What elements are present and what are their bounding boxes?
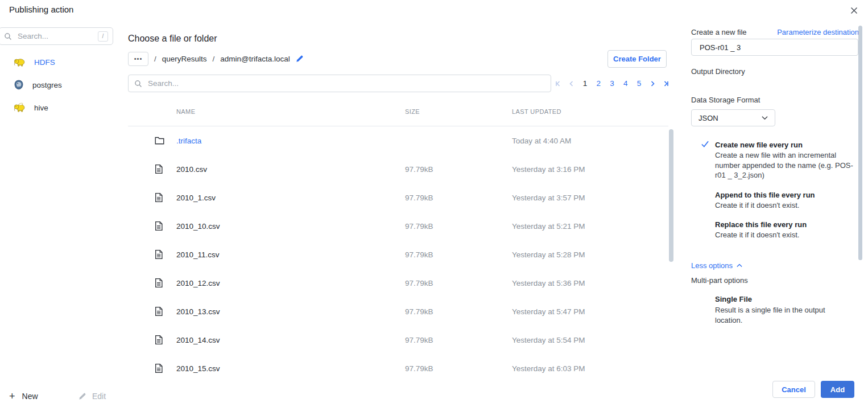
option-description: Result is a single file in the output lo…: [715, 305, 846, 325]
file-search-input[interactable]: [147, 79, 545, 88]
breadcrumb: ••• / queryResults / admin@trifacta.loca…: [128, 51, 304, 66]
create-file-label: Create a new file: [691, 28, 747, 36]
file-updated: Yesterday at 5:47 PM: [512, 307, 585, 316]
file-updated: Yesterday at 5:36 PM: [512, 279, 585, 287]
output-directory-label: Output Directory: [691, 67, 745, 76]
option-title: Single File: [715, 294, 846, 304]
file-name[interactable]: .trifacta: [176, 137, 201, 145]
table-row[interactable]: .trifacta Today at 4:40 AM: [128, 126, 668, 155]
option-replace-file[interactable]: Replace this file every run Create it if…: [702, 220, 859, 240]
breadcrumb-segment[interactable]: admin@trifacta.local: [220, 55, 290, 63]
file-icon: [155, 165, 163, 174]
file-name[interactable]: 2010.csv: [176, 165, 207, 174]
sidebar-search-input[interactable]: [16, 31, 98, 41]
panel-scrollbar[interactable]: [858, 26, 862, 260]
file-updated: Yesterday at 5:28 PM: [512, 250, 585, 259]
storage-format-select[interactable]: JSON: [691, 109, 775, 126]
table-row[interactable]: 2010_10.csv 97.79kB Yesterday at 5:21 PM: [128, 212, 668, 240]
search-icon: [134, 80, 142, 88]
dialog-title: Publishing action: [9, 5, 73, 14]
sidebar-search[interactable]: /: [0, 27, 113, 45]
file-icon: [155, 193, 163, 203]
plus-icon: +: [9, 391, 15, 401]
file-name[interactable]: 2010_13.csv: [176, 307, 220, 316]
column-header-last-updated[interactable]: LAST UPDATED: [512, 108, 561, 115]
page-number-4[interactable]: 4: [622, 79, 630, 88]
option-append-file[interactable]: Append to this file every run Create it …: [702, 190, 859, 211]
write-options: Create new file every run Create a new f…: [702, 140, 859, 250]
file-name[interactable]: 2010_1.csv: [176, 194, 216, 202]
less-options-label: Less options: [691, 261, 733, 270]
pencil-icon: [78, 392, 86, 400]
filename-field[interactable]: [691, 39, 858, 56]
file-updated: Yesterday at 6:03 PM: [512, 364, 585, 373]
option-single-file[interactable]: Single File Result is a single file in t…: [715, 294, 846, 325]
first-page-icon[interactable]: [554, 80, 562, 87]
hive-bee-icon: [14, 102, 26, 113]
close-icon[interactable]: [848, 4, 860, 17]
cancel-button[interactable]: Cancel: [772, 381, 815, 398]
column-header-name[interactable]: NAME: [176, 108, 195, 115]
connection-list: HDFS postgres hive: [0, 51, 119, 119]
option-create-new-file[interactable]: Create new file every run Create a new f…: [702, 140, 859, 180]
less-options-toggle[interactable]: Less options: [691, 261, 742, 270]
page-number-2[interactable]: 2: [594, 79, 602, 88]
file-name[interactable]: 2010_15.csv: [176, 364, 220, 373]
file-size: 97.79kB: [405, 307, 433, 316]
add-button[interactable]: Add: [821, 381, 854, 398]
new-button[interactable]: + New: [9, 388, 38, 404]
new-button-label: New: [22, 392, 38, 401]
table-row[interactable]: 2010_12.csv 97.79kB Yesterday at 5:36 PM: [128, 269, 668, 297]
file-size: 97.79kB: [405, 279, 433, 287]
page-number-3[interactable]: 3: [608, 79, 616, 88]
option-title: Replace this file every run: [715, 220, 859, 229]
pagination: 1 2 3 4 5: [554, 75, 670, 92]
data-storage-format-label: Data Storage Format: [691, 96, 760, 104]
file-size: 97.79kB: [405, 165, 433, 174]
page-number-1[interactable]: 1: [581, 79, 589, 88]
table-row[interactable]: 2010_14.csv 97.79kB Yesterday at 5:54 PM: [128, 326, 668, 354]
filename-input[interactable]: [698, 43, 851, 52]
sidebar-item-postgres[interactable]: postgres: [0, 73, 119, 96]
file-updated: Today at 4:40 AM: [512, 137, 571, 145]
file-name[interactable]: 2010_14.csv: [176, 336, 220, 344]
file-size: 97.79kB: [405, 194, 433, 202]
table-row[interactable]: 2010_1.csv 97.79kB Yesterday at 3:57 PM: [128, 183, 668, 212]
last-page-icon[interactable]: [662, 80, 670, 87]
breadcrumb-segment[interactable]: queryResults: [162, 55, 207, 63]
sidebar-item-label: hive: [34, 104, 48, 112]
file-list-scrollbar[interactable]: [669, 129, 673, 262]
sidebar-item-hive[interactable]: hive: [0, 96, 119, 119]
file-name[interactable]: 2010_12.csv: [176, 279, 220, 287]
file-icon: [155, 221, 163, 231]
breadcrumb-ellipsis-button[interactable]: •••: [128, 52, 148, 66]
file-search[interactable]: [128, 75, 551, 92]
table-row[interactable]: 2010_15.csv 97.79kB Yesterday at 6:03 PM: [128, 354, 668, 373]
breadcrumb-separator: /: [213, 55, 215, 63]
sidebar-item-hdfs[interactable]: HDFS: [0, 51, 119, 73]
create-folder-button[interactable]: Create Folder: [607, 50, 667, 68]
file-icon: [155, 278, 163, 288]
option-title: Append to this file every run: [715, 190, 859, 200]
column-header-size[interactable]: SIZE: [405, 108, 420, 115]
page-number-5[interactable]: 5: [635, 79, 643, 88]
next-page-icon[interactable]: [648, 80, 656, 87]
table-row[interactable]: 2010.csv 97.79kB Yesterday at 3:16 PM: [128, 155, 668, 183]
checkmark-icon: [701, 140, 709, 150]
file-name[interactable]: 2010_11.csv: [176, 250, 220, 259]
edit-button[interactable]: Edit: [78, 388, 106, 404]
table-row[interactable]: 2010_13.csv 97.79kB Yesterday at 5:47 PM: [128, 297, 668, 326]
parameterize-destination-link[interactable]: Parameterize destination: [770, 28, 859, 36]
storage-format-value: JSON: [698, 114, 718, 122]
file-updated: Yesterday at 3:57 PM: [512, 194, 585, 202]
search-shortcut-badge: /: [98, 31, 108, 42]
chevron-down-icon: [762, 116, 768, 120]
edit-path-button[interactable]: [296, 55, 304, 63]
previous-page-icon[interactable]: [568, 80, 576, 87]
file-updated: Yesterday at 5:21 PM: [512, 222, 585, 231]
hadoop-elephant-icon: [14, 57, 26, 67]
sidebar-item-label: HDFS: [34, 58, 55, 67]
table-row[interactable]: 2010_11.csv 97.79kB Yesterday at 5:28 PM: [128, 240, 668, 269]
file-size: 97.79kB: [405, 222, 433, 231]
file-name[interactable]: 2010_10.csv: [176, 222, 220, 231]
